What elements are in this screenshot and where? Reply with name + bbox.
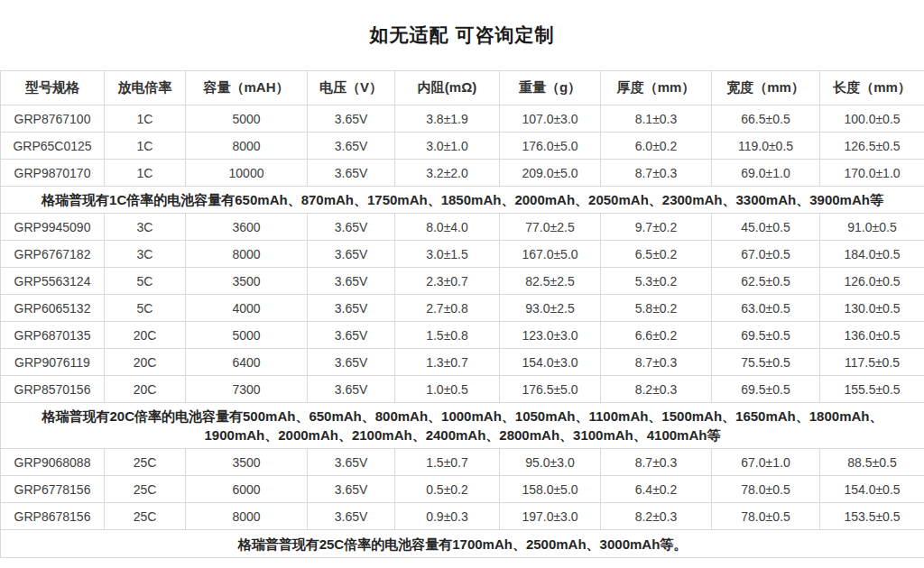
cell-resistance: 0.5±0.2 [395, 476, 500, 503]
cell-thickness: 5.3±0.2 [601, 268, 712, 295]
cell-discharge-rate: 5C [105, 295, 186, 322]
cell-discharge-rate: 20C [105, 376, 186, 403]
table-row: GRP99450903C36003.65V8.0±4.077.0±2.59.7±… [1, 214, 924, 241]
cell-discharge-rate: 5C [105, 268, 186, 295]
capacity-note: 格瑞普普现有25C倍率的电池容量有1700mAh、2500mAh、3000mAh… [1, 530, 924, 558]
cell-model: GRP6870135 [1, 322, 105, 349]
cell-voltage: 3.65V [308, 322, 395, 349]
table-row: GRP857015620C73003.65V1.0±0.5176.5±5.08.… [1, 376, 924, 403]
cell-model: GRP6767182 [1, 241, 105, 268]
cell-model: GRP6778156 [1, 476, 105, 503]
cell-width: 69.5±0.5 [712, 322, 820, 349]
column-header-weight: 重量（g） [500, 71, 601, 105]
title-bar: 如无适配 可咨询定制 [0, 0, 924, 70]
note-row: 格瑞普现有1C倍率的电池容量有650mAh、870mAh、1750mAh、185… [1, 187, 924, 214]
cell-thickness: 5.8±0.2 [601, 295, 712, 322]
cell-resistance: 1.5±0.8 [395, 322, 500, 349]
cell-thickness: 8.7±0.3 [601, 349, 712, 376]
cell-capacity: 5000 [186, 322, 308, 349]
cell-weight: 93.0±2.5 [500, 295, 601, 322]
cell-discharge-rate: 25C [105, 476, 186, 503]
note-row: 格瑞普普现有25C倍率的电池容量有1700mAh、2500mAh、3000mAh… [1, 530, 924, 558]
cell-discharge-rate: 3C [105, 241, 186, 268]
cell-resistance: 2.7±0.8 [395, 295, 500, 322]
cell-capacity: 3500 [186, 268, 308, 295]
column-header-model: 型号规格 [1, 71, 105, 105]
table-row: GRP98701701C100003.65V3.2±2.0209.0±5.08.… [1, 160, 924, 187]
cell-length: 91.0±0.5 [820, 214, 924, 241]
spec-table: 型号规格放电倍率容量（mAH）电压（V）内阻(mΩ)重量（g）厚度（mm）宽度（… [0, 70, 924, 558]
cell-capacity: 6400 [186, 349, 308, 376]
note-row: 格瑞普现有20C倍率的电池容量有500mAh、650mAh、800mAh、100… [1, 403, 924, 449]
cell-resistance: 3.8±1.9 [395, 105, 500, 133]
cell-model: GRP9068088 [1, 449, 105, 476]
cell-capacity: 8000 [186, 133, 308, 160]
cell-resistance: 1.5±0.7 [395, 449, 500, 476]
cell-voltage: 3.65V [308, 214, 395, 241]
cell-length: 154.0±0.5 [820, 476, 924, 503]
cell-voltage: 3.65V [308, 476, 395, 503]
cell-voltage: 3.65V [308, 268, 395, 295]
cell-weight: 176.5±5.0 [500, 376, 601, 403]
cell-voltage: 3.65V [308, 160, 395, 187]
cell-width: 67.0±1.0 [712, 449, 820, 476]
cell-capacity: 8000 [186, 503, 308, 530]
page-title: 如无适配 可咨询定制 [370, 23, 555, 48]
cell-thickness: 9.7±0.2 [601, 214, 712, 241]
cell-weight: 82.5±2.5 [500, 268, 601, 295]
cell-thickness: 6.4±0.2 [601, 476, 712, 503]
cell-weight: 158.0±5.0 [500, 476, 601, 503]
cell-voltage: 3.65V [308, 241, 395, 268]
cell-model: GRP6065132 [1, 295, 105, 322]
column-header-thickness: 厚度（mm） [601, 71, 712, 105]
cell-length: 100.0±0.5 [820, 105, 924, 133]
cell-thickness: 6.6±0.2 [601, 322, 712, 349]
cell-resistance: 2.3±0.7 [395, 268, 500, 295]
cell-voltage: 3.65V [308, 503, 395, 530]
table-row: GRP687013520C50003.65V1.5±0.8123.0±3.06.… [1, 322, 924, 349]
table-row: GRP65C01251C80003.65V3.0±1.0176.0±5.06.0… [1, 133, 924, 160]
cell-capacity: 6000 [186, 476, 308, 503]
cell-weight: 77.0±2.5 [500, 214, 601, 241]
cell-weight: 123.0±3.0 [500, 322, 601, 349]
cell-capacity: 8000 [186, 241, 308, 268]
cell-discharge-rate: 20C [105, 349, 186, 376]
cell-weight: 209.0±5.0 [500, 160, 601, 187]
cell-capacity: 7300 [186, 376, 308, 403]
cell-thickness: 8.2±0.3 [601, 503, 712, 530]
table-row: GRP677815625C60003.65V0.5±0.2158.0±5.06.… [1, 476, 924, 503]
cell-resistance: 0.9±0.3 [395, 503, 500, 530]
cell-width: 45.0±0.5 [712, 214, 820, 241]
column-header-discharge-rate: 放电倍率 [105, 71, 186, 105]
cell-voltage: 3.65V [308, 295, 395, 322]
cell-width: 78.0±0.5 [712, 503, 820, 530]
table-row: GRP55631245C35003.65V2.3±0.782.5±2.55.3±… [1, 268, 924, 295]
cell-width: 78.0±0.5 [712, 476, 820, 503]
column-header-voltage: 电压（V） [308, 71, 395, 105]
cell-weight: 197.0±3.0 [500, 503, 601, 530]
cell-resistance: 1.0±0.5 [395, 376, 500, 403]
cell-weight: 107.0±3.0 [500, 105, 601, 133]
cell-model: GRP5563124 [1, 268, 105, 295]
cell-resistance: 1.3±0.7 [395, 349, 500, 376]
page: 如无适配 可咨询定制 型号规格放电倍率容量（mAH）电压（V）内阻(mΩ)重量（… [0, 0, 924, 568]
cell-resistance: 3.0±1.0 [395, 133, 500, 160]
cell-thickness: 6.5±0.2 [601, 241, 712, 268]
cell-thickness: 8.1±0.3 [601, 105, 712, 133]
table-row: GRP60651325C40003.65V2.7±0.893.0±2.55.8±… [1, 295, 924, 322]
cell-discharge-rate: 20C [105, 322, 186, 349]
cell-discharge-rate: 1C [105, 133, 186, 160]
cell-weight: 167.0±5.0 [500, 241, 601, 268]
cell-weight: 154.0±3.0 [500, 349, 601, 376]
table-row: GRP867815625C80003.65V0.9±0.3197.0±3.08.… [1, 503, 924, 530]
cell-length: 126.5±0.5 [820, 133, 924, 160]
column-header-capacity: 容量（mAH） [186, 71, 308, 105]
cell-width: 63.0±0.5 [712, 295, 820, 322]
cell-width: 69.5±0.5 [712, 376, 820, 403]
table-row: GRP87671001C50003.65V3.8±1.9107.0±3.08.1… [1, 105, 924, 133]
cell-width: 66.5±0.5 [712, 105, 820, 133]
cell-thickness: 8.7±0.3 [601, 449, 712, 476]
cell-model: GRP9870170 [1, 160, 105, 187]
cell-discharge-rate: 1C [105, 105, 186, 133]
cell-length: 155.5±0.5 [820, 376, 924, 403]
